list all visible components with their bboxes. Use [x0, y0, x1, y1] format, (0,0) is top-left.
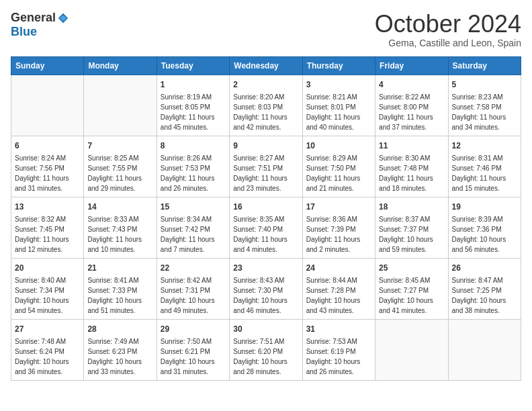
- calendar-day-cell: 24Sunrise: 8:44 AM Sunset: 7:28 PM Dayli…: [302, 258, 375, 319]
- day-number: 2: [233, 79, 298, 91]
- day-info: Sunrise: 8:32 AM Sunset: 7:45 PM Dayligh…: [15, 214, 80, 255]
- calendar-day-cell: [375, 319, 448, 380]
- day-number: 19: [452, 201, 517, 213]
- calendar-day-cell: 21Sunrise: 8:41 AM Sunset: 7:33 PM Dayli…: [84, 258, 157, 319]
- calendar-day-cell: 22Sunrise: 8:42 AM Sunset: 7:31 PM Dayli…: [157, 258, 229, 319]
- day-number: 5: [452, 79, 517, 91]
- weekday-header: Monday: [84, 56, 157, 75]
- day-info: Sunrise: 7:53 AM Sunset: 6:19 PM Dayligh…: [306, 336, 371, 377]
- day-number: 1: [161, 79, 226, 91]
- day-number: 3: [306, 79, 371, 91]
- weekday-row: SundayMondayTuesdayWednesdayThursdayFrid…: [11, 56, 521, 75]
- day-number: 27: [15, 323, 80, 335]
- calendar-day-cell: 19Sunrise: 8:39 AM Sunset: 7:36 PM Dayli…: [448, 197, 521, 258]
- day-info: Sunrise: 8:25 AM Sunset: 7:55 PM Dayligh…: [87, 153, 152, 193]
- day-number: 10: [306, 140, 371, 152]
- weekday-header: Saturday: [448, 56, 521, 75]
- day-number: 6: [15, 140, 80, 152]
- day-info: Sunrise: 8:36 AM Sunset: 7:39 PM Dayligh…: [306, 214, 371, 255]
- day-number: 12: [452, 140, 517, 152]
- day-info: Sunrise: 8:26 AM Sunset: 7:53 PM Dayligh…: [161, 153, 226, 193]
- calendar-week-row: 20Sunrise: 8:40 AM Sunset: 7:34 PM Dayli…: [11, 258, 521, 319]
- calendar-day-cell: 20Sunrise: 8:40 AM Sunset: 7:34 PM Dayli…: [11, 258, 84, 319]
- calendar-day-cell: 2Sunrise: 8:20 AM Sunset: 8:03 PM Daylig…: [230, 75, 302, 136]
- day-number: 25: [379, 262, 444, 274]
- month-title: October 2024: [375, 11, 521, 38]
- calendar-day-cell: 29Sunrise: 7:50 AM Sunset: 6:21 PM Dayli…: [157, 319, 229, 380]
- day-info: Sunrise: 8:39 AM Sunset: 7:36 PM Dayligh…: [452, 214, 517, 255]
- day-number: 30: [233, 323, 298, 335]
- day-info: Sunrise: 8:34 AM Sunset: 7:42 PM Dayligh…: [161, 214, 226, 255]
- day-info: Sunrise: 7:48 AM Sunset: 6:24 PM Dayligh…: [15, 336, 80, 377]
- day-info: Sunrise: 8:35 AM Sunset: 7:40 PM Dayligh…: [233, 214, 298, 255]
- weekday-header: Wednesday: [230, 56, 302, 75]
- day-info: Sunrise: 8:24 AM Sunset: 7:56 PM Dayligh…: [15, 153, 80, 193]
- calendar-day-cell: 27Sunrise: 7:48 AM Sunset: 6:24 PM Dayli…: [11, 319, 84, 380]
- calendar-day-cell: 18Sunrise: 8:37 AM Sunset: 7:37 PM Dayli…: [375, 197, 448, 258]
- weekday-header: Friday: [375, 56, 448, 75]
- day-number: 31: [306, 323, 371, 335]
- day-info: Sunrise: 8:33 AM Sunset: 7:43 PM Dayligh…: [87, 214, 152, 255]
- calendar-day-cell: 25Sunrise: 8:45 AM Sunset: 7:27 PM Dayli…: [375, 258, 448, 319]
- location-subtitle: Gema, Castille and Leon, Spain: [375, 38, 521, 48]
- day-info: Sunrise: 8:31 AM Sunset: 7:46 PM Dayligh…: [452, 153, 517, 193]
- day-info: Sunrise: 8:45 AM Sunset: 7:27 PM Dayligh…: [379, 275, 444, 316]
- calendar-day-cell: 5Sunrise: 8:23 AM Sunset: 7:58 PM Daylig…: [448, 75, 521, 136]
- day-number: 13: [15, 201, 80, 213]
- calendar-week-row: 13Sunrise: 8:32 AM Sunset: 7:45 PM Dayli…: [11, 197, 521, 258]
- day-number: 20: [15, 262, 80, 274]
- calendar-day-cell: 10Sunrise: 8:29 AM Sunset: 7:50 PM Dayli…: [302, 136, 375, 197]
- day-info: Sunrise: 8:47 AM Sunset: 7:25 PM Dayligh…: [452, 275, 517, 316]
- day-number: 14: [87, 201, 152, 213]
- day-number: 17: [306, 201, 371, 213]
- day-number: 4: [379, 79, 444, 91]
- day-info: Sunrise: 8:44 AM Sunset: 7:28 PM Dayligh…: [306, 275, 371, 316]
- calendar-day-cell: [448, 319, 521, 380]
- logo-blue-text: Blue: [11, 25, 37, 39]
- day-info: Sunrise: 8:29 AM Sunset: 7:50 PM Dayligh…: [306, 153, 371, 193]
- day-number: 16: [233, 201, 298, 213]
- day-info: Sunrise: 8:23 AM Sunset: 7:58 PM Dayligh…: [452, 92, 517, 132]
- calendar-day-cell: [84, 75, 157, 136]
- calendar-day-cell: 15Sunrise: 8:34 AM Sunset: 7:42 PM Dayli…: [157, 197, 229, 258]
- day-number: 23: [233, 262, 298, 274]
- day-info: Sunrise: 8:21 AM Sunset: 8:01 PM Dayligh…: [306, 92, 371, 132]
- title-section: October 2024 Gema, Castille and Leon, Sp…: [375, 11, 521, 48]
- day-number: 21: [87, 262, 152, 274]
- day-info: Sunrise: 8:19 AM Sunset: 8:05 PM Dayligh…: [161, 92, 226, 132]
- calendar-day-cell: 4Sunrise: 8:22 AM Sunset: 8:00 PM Daylig…: [375, 75, 448, 136]
- day-number: 18: [379, 201, 444, 213]
- day-info: Sunrise: 8:27 AM Sunset: 7:51 PM Dayligh…: [233, 153, 298, 193]
- calendar-day-cell: [11, 75, 84, 136]
- calendar-day-cell: 1Sunrise: 8:19 AM Sunset: 8:05 PM Daylig…: [157, 75, 229, 136]
- day-info: Sunrise: 7:50 AM Sunset: 6:21 PM Dayligh…: [161, 336, 226, 377]
- calendar-day-cell: 13Sunrise: 8:32 AM Sunset: 7:45 PM Dayli…: [11, 197, 84, 258]
- day-number: 28: [87, 323, 152, 335]
- calendar-week-row: 1Sunrise: 8:19 AM Sunset: 8:05 PM Daylig…: [11, 75, 521, 136]
- calendar-day-cell: 6Sunrise: 8:24 AM Sunset: 7:56 PM Daylig…: [11, 136, 84, 197]
- day-info: Sunrise: 8:42 AM Sunset: 7:31 PM Dayligh…: [161, 275, 226, 316]
- day-number: 29: [161, 323, 226, 335]
- calendar-day-cell: 16Sunrise: 8:35 AM Sunset: 7:40 PM Dayli…: [230, 197, 302, 258]
- calendar-day-cell: 26Sunrise: 8:47 AM Sunset: 7:25 PM Dayli…: [448, 258, 521, 319]
- day-number: 26: [452, 262, 517, 274]
- day-info: Sunrise: 8:22 AM Sunset: 8:00 PM Dayligh…: [379, 92, 444, 132]
- day-info: Sunrise: 7:49 AM Sunset: 6:23 PM Dayligh…: [87, 336, 152, 377]
- day-info: Sunrise: 8:20 AM Sunset: 8:03 PM Dayligh…: [233, 92, 298, 132]
- day-info: Sunrise: 8:41 AM Sunset: 7:33 PM Dayligh…: [87, 275, 152, 316]
- day-number: 24: [306, 262, 371, 274]
- day-info: Sunrise: 8:30 AM Sunset: 7:48 PM Dayligh…: [379, 153, 444, 193]
- day-number: 15: [161, 201, 226, 213]
- day-info: Sunrise: 8:43 AM Sunset: 7:30 PM Dayligh…: [233, 275, 298, 316]
- calendar-day-cell: 14Sunrise: 8:33 AM Sunset: 7:43 PM Dayli…: [84, 197, 157, 258]
- calendar-day-cell: 7Sunrise: 8:25 AM Sunset: 7:55 PM Daylig…: [84, 136, 157, 197]
- calendar-day-cell: 17Sunrise: 8:36 AM Sunset: 7:39 PM Dayli…: [302, 197, 375, 258]
- calendar-week-row: 27Sunrise: 7:48 AM Sunset: 6:24 PM Dayli…: [11, 319, 521, 380]
- calendar-table: SundayMondayTuesdayWednesdayThursdayFrid…: [11, 56, 521, 381]
- day-info: Sunrise: 7:51 AM Sunset: 6:20 PM Dayligh…: [233, 336, 298, 377]
- calendar-body: 1Sunrise: 8:19 AM Sunset: 8:05 PM Daylig…: [11, 75, 521, 380]
- day-number: 11: [379, 140, 444, 152]
- header: General Blue October 2024 Gema, Castille…: [11, 11, 521, 48]
- calendar-day-cell: 23Sunrise: 8:43 AM Sunset: 7:30 PM Dayli…: [230, 258, 302, 319]
- day-number: 22: [161, 262, 226, 274]
